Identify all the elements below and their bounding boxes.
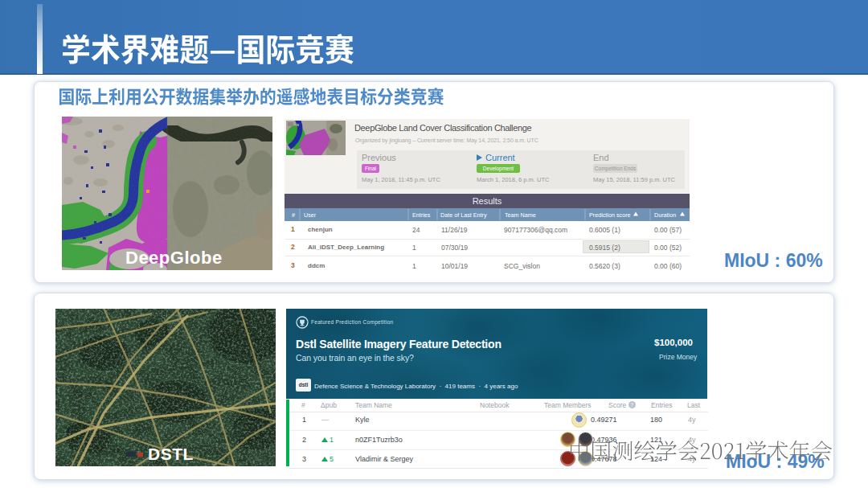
svg-text:Entries: Entries	[412, 211, 431, 219]
svg-text:Date of Last Entry: Date of Last Entry	[440, 211, 487, 219]
svg-text:#: #	[292, 211, 295, 219]
svg-text:Duration: Duration	[654, 211, 676, 219]
svg-text:Prediction score: Prediction score	[589, 211, 631, 219]
svg-text:User: User	[304, 211, 317, 219]
svg-text:Team Name: Team Name	[505, 211, 536, 219]
